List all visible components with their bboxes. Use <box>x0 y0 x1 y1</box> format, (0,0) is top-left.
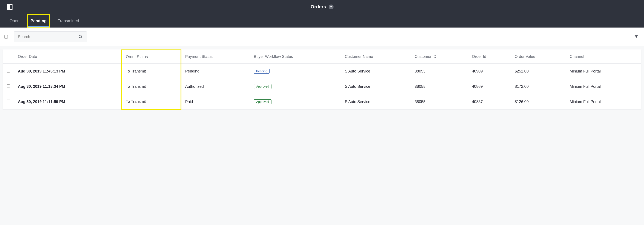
search-input[interactable] <box>18 35 78 39</box>
tab-bar: Open Pending Transmitted <box>0 14 644 27</box>
column-order-value[interactable]: Order Value <box>511 50 566 64</box>
page-title: Orders <box>310 4 326 10</box>
column-checkbox <box>3 50 14 64</box>
column-payment-status[interactable]: Payment Status <box>181 50 250 64</box>
tab-pending[interactable]: Pending <box>27 14 50 27</box>
search-field-wrap[interactable] <box>14 31 87 42</box>
cell-buyer-workflow-status: Approved <box>250 79 341 94</box>
svg-line-1 <box>81 37 82 38</box>
table-header-row: Order Date Order Status Payment Status B… <box>3 50 642 64</box>
status-badge: Approved <box>254 99 272 104</box>
cell-order-id: 40837 <box>468 94 511 110</box>
cell-customer-id: 38055 <box>411 64 468 79</box>
table-row[interactable]: Aug 30, 2019 11:43:13 PMTo TransmitPendi… <box>3 64 642 79</box>
search-icon <box>78 34 83 39</box>
cell-payment-status: Paid <box>181 94 250 110</box>
row-checkbox-cell <box>3 64 14 79</box>
status-badge: Approved <box>254 84 272 89</box>
toolbar <box>0 27 644 46</box>
cell-order-date: Aug 30, 2019 11:11:59 PM <box>14 94 122 110</box>
column-channel[interactable]: Channel <box>566 50 641 64</box>
column-order-id[interactable]: Order Id <box>468 50 511 64</box>
cell-order-value: $252.00 <box>511 64 566 79</box>
row-checkbox[interactable] <box>7 69 10 72</box>
tab-open[interactable]: Open <box>7 14 22 27</box>
column-buyer-workflow-status[interactable]: Buyer Workflow Status <box>250 50 341 64</box>
cell-order-status: To Transmit <box>122 64 181 79</box>
page-title-wrap: Orders ? <box>310 4 333 10</box>
cell-order-date: Aug 30, 2019 11:43:13 PM <box>14 64 122 79</box>
row-checkbox-cell <box>3 79 14 94</box>
cell-order-status: To Transmit <box>122 94 181 110</box>
cell-customer-name: S Auto Service <box>341 64 411 79</box>
tab-transmitted[interactable]: Transmitted <box>55 14 82 27</box>
status-badge: Pending <box>254 69 270 74</box>
cell-payment-status: Authorized <box>181 79 250 94</box>
filter-button[interactable] <box>633 33 640 40</box>
column-customer-id[interactable]: Customer ID <box>411 50 468 64</box>
help-icon[interactable]: ? <box>329 4 334 9</box>
column-order-date[interactable]: Order Date <box>14 50 122 64</box>
select-all-checkbox[interactable] <box>4 35 8 38</box>
cell-customer-id: 38055 <box>411 79 468 94</box>
cell-payment-status: Pending <box>181 64 250 79</box>
row-checkbox-cell <box>3 94 14 110</box>
cell-order-value: $126.00 <box>511 94 566 110</box>
table-row[interactable]: Aug 30, 2019 11:18:34 PMTo TransmitAutho… <box>3 79 642 94</box>
cell-customer-id: 38055 <box>411 94 468 110</box>
column-customer-name[interactable]: Customer Name <box>341 50 411 64</box>
cell-customer-name: S Auto Service <box>341 79 411 94</box>
table-scroll[interactable]: Order Date Order Status Payment Status B… <box>2 49 642 110</box>
cell-order-id: 40909 <box>468 64 511 79</box>
filter-icon <box>634 35 638 39</box>
cell-buyer-workflow-status: Pending <box>250 64 341 79</box>
svg-point-0 <box>79 35 82 38</box>
orders-table: Order Date Order Status Payment Status B… <box>2 49 642 110</box>
cell-channel: Minium Full Portal <box>566 79 641 94</box>
panel-toggle-icon[interactable] <box>7 4 12 10</box>
top-bar: Orders ? <box>0 0 644 14</box>
cell-order-status: To Transmit <box>122 79 181 94</box>
row-checkbox[interactable] <box>7 84 10 88</box>
table-row[interactable]: Aug 30, 2019 11:11:59 PMTo TransmitPaidA… <box>3 94 642 110</box>
row-checkbox[interactable] <box>7 100 10 103</box>
cell-channel: Minium Full Portal <box>566 64 641 79</box>
cell-channel: Minium Full Portal <box>566 94 641 110</box>
column-order-status[interactable]: Order Status <box>122 50 181 64</box>
cell-buyer-workflow-status: Approved <box>250 94 341 110</box>
cell-order-id: 40869 <box>468 79 511 94</box>
cell-order-date: Aug 30, 2019 11:18:34 PM <box>14 79 122 94</box>
cell-order-value: $172.00 <box>511 79 566 94</box>
cell-customer-name: S Auto Service <box>341 94 411 110</box>
table-container: Order Date Order Status Payment Status B… <box>0 46 644 112</box>
